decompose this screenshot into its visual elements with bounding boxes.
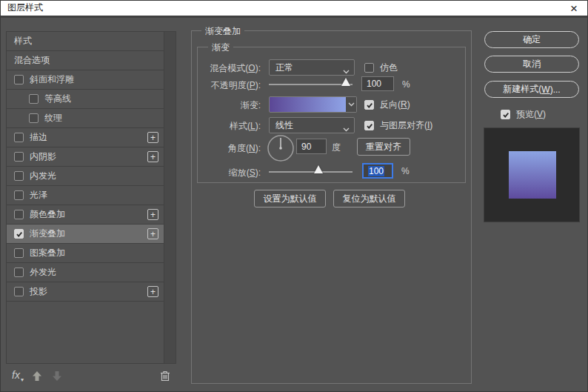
fx-menu-button[interactable]: fx▾ (12, 369, 23, 381)
sidebar-item-label: 等高线 (44, 93, 71, 105)
dropdown-triangle-icon: ▾ (21, 376, 24, 383)
angle-dial[interactable] (267, 134, 295, 165)
add-instance-icon[interactable]: + (147, 151, 158, 162)
sidebar-item-stroke[interactable]: 描边 + (7, 128, 164, 147)
sidebar-item-label: 斜面和浮雕 (30, 73, 74, 86)
sidebar-item-satin[interactable]: 光泽 (7, 186, 164, 205)
sidebar-item-outer-glow[interactable]: 外发光 (7, 263, 164, 282)
gradient-picker-chevron[interactable] (346, 96, 357, 113)
reverse-option[interactable]: 反向(R) (364, 99, 410, 111)
title-bar: 图层样式 (0, 0, 588, 18)
align-with-layer-label: 与图层对齐(I) (380, 119, 432, 132)
window-title: 图层样式 (7, 1, 43, 14)
checkbox-checked[interactable] (14, 229, 24, 239)
angle-label: 角度(N): (187, 142, 261, 155)
dither-checkbox[interactable] (364, 63, 374, 73)
style-label: 样式(L): (187, 120, 261, 133)
reverse-checkbox[interactable] (364, 100, 374, 110)
checkbox-unchecked[interactable] (14, 248, 24, 258)
fx-icon: fx (12, 369, 20, 381)
close-icon[interactable]: × (566, 1, 582, 16)
effects-list: 样式 混合选项 斜面和浮雕 等高线 纹理 描边 + 内阴影 + 内发光 光泽 颜… (6, 31, 164, 364)
delete-effect-icon[interactable] (159, 370, 171, 385)
sidebar-item-bevel-emboss[interactable]: 斜面和浮雕 (7, 70, 164, 90)
style-preview-thumbnail (509, 151, 556, 199)
dither-label: 仿色 (380, 62, 398, 74)
checkbox-unchecked[interactable] (14, 75, 24, 84)
sidebar-item-label: 内阴影 (30, 150, 56, 163)
checkbox-unchecked[interactable] (14, 287, 24, 296)
opacity-slider[interactable] (269, 84, 353, 85)
align-with-layer-checkbox[interactable] (364, 121, 374, 130)
sidebar-item-inner-shadow[interactable]: 内阴影 + (7, 147, 164, 167)
blend-mode-value: 正常 (275, 62, 293, 74)
preview-checkbox[interactable] (501, 110, 510, 119)
sidebar-item-drop-shadow[interactable]: 投影 + (7, 282, 164, 302)
checkbox-unchecked[interactable] (14, 171, 24, 181)
sidebar-item-label: 图案叠加 (30, 247, 65, 259)
scale-input[interactable]: 100 (362, 163, 393, 179)
opacity-input[interactable]: 100 (361, 76, 394, 91)
align-with-layer-option[interactable]: 与图层对齐(I) (364, 119, 432, 132)
style-preview-panel (484, 127, 580, 222)
blend-mode-select[interactable]: 正常 (269, 59, 355, 76)
gradient-swatch[interactable] (269, 96, 347, 113)
cancel-button[interactable]: 取消 (484, 56, 579, 73)
gradient-style-value: 线性 (275, 119, 293, 132)
preview-option[interactable]: 预览(V) (501, 108, 546, 121)
checkbox-unchecked[interactable] (29, 94, 39, 104)
sidebar-item-label: 光泽 (30, 189, 47, 202)
sidebar-item-label: 内发光 (30, 170, 56, 182)
angle-input[interactable]: 90 (296, 139, 327, 154)
scale-slider[interactable] (269, 171, 353, 173)
group-title: 渐变叠加 (201, 25, 244, 38)
sidebar-item-label: 样式 (14, 35, 32, 47)
gradient-label: 渐变: (187, 99, 261, 112)
sidebar-scrollbar[interactable] (164, 31, 176, 364)
checkbox-unchecked[interactable] (29, 113, 39, 123)
blend-mode-label: 混合模式(O): (187, 62, 261, 75)
move-effect-down-icon[interactable] (51, 371, 63, 384)
checkbox-unchecked[interactable] (14, 133, 24, 142)
new-style-button[interactable]: 新建样式(W)... (484, 81, 579, 98)
opacity-label: 不透明度(P): (187, 79, 261, 92)
sidebar-item-label: 混合选项 (14, 54, 50, 67)
sidebar-item-inner-glow[interactable]: 内发光 (7, 167, 164, 186)
add-instance-icon[interactable]: + (147, 228, 158, 239)
sidebar-item-label: 纹理 (44, 112, 62, 124)
checkbox-unchecked[interactable] (14, 268, 24, 277)
checkbox-unchecked[interactable] (14, 210, 24, 219)
move-effect-up-icon[interactable] (31, 371, 43, 384)
sidebar-item-styles[interactable]: 样式 (7, 32, 164, 51)
sidebar-item-color-overlay[interactable]: 颜色叠加 + (7, 205, 164, 225)
checkbox-unchecked[interactable] (14, 152, 24, 162)
dither-option[interactable]: 仿色 (364, 62, 398, 74)
chevron-down-icon (343, 124, 350, 134)
reset-to-default-button[interactable]: 复位为默认值 (333, 190, 405, 207)
add-instance-icon[interactable]: + (147, 286, 158, 297)
chevron-down-icon (343, 66, 350, 76)
add-instance-icon[interactable]: + (147, 209, 158, 220)
sidebar-item-label: 渐变叠加 (30, 227, 65, 240)
angle-unit: 度 (332, 142, 341, 154)
scale-slider-thumb[interactable] (314, 165, 323, 173)
sidebar-item-label: 外发光 (30, 266, 56, 279)
add-instance-icon[interactable]: + (147, 132, 158, 143)
subgroup-title: 渐变 (208, 41, 233, 54)
sidebar-item-contour[interactable]: 等高线 (7, 90, 164, 109)
sidebar-item-label: 描边 (30, 131, 47, 144)
ok-button[interactable]: 确定 (484, 31, 579, 48)
opacity-slider-thumb[interactable] (341, 78, 350, 86)
sidebar-item-gradient-overlay[interactable]: 渐变叠加 + (7, 225, 164, 244)
set-as-default-button[interactable]: 设置为默认值 (254, 190, 326, 207)
scale-label: 缩放(S): (187, 167, 261, 179)
sidebar-item-blending-options[interactable]: 混合选项 (7, 51, 164, 70)
sidebar-item-label: 颜色叠加 (30, 208, 65, 221)
preview-label: 预览(V) (516, 108, 546, 121)
gradient-style-select[interactable]: 线性 (269, 117, 355, 133)
scale-unit: % (401, 166, 410, 176)
sidebar-item-pattern-overlay[interactable]: 图案叠加 (7, 244, 164, 263)
sidebar-item-texture[interactable]: 纹理 (7, 109, 164, 128)
checkbox-unchecked[interactable] (14, 190, 24, 200)
reset-alignment-button[interactable]: 重置对齐 (357, 138, 410, 156)
